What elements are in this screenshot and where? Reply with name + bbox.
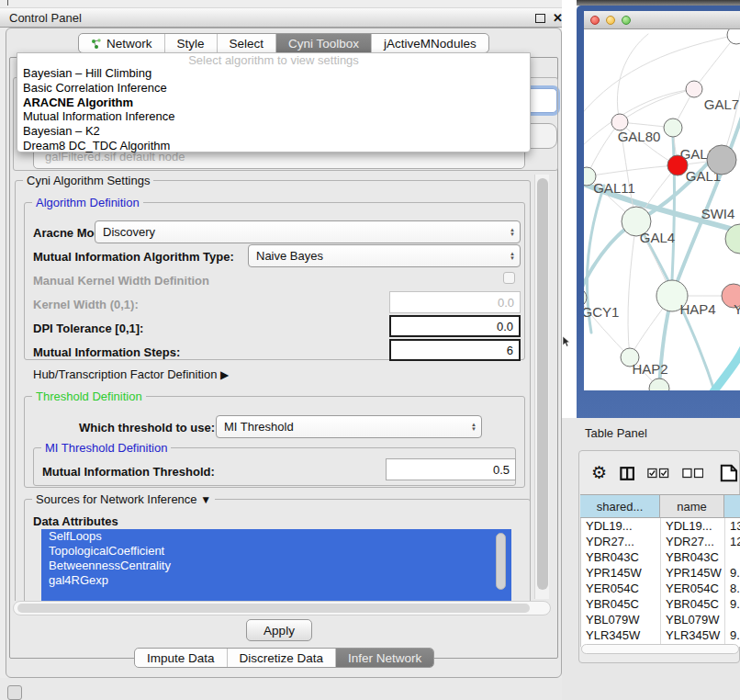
network-edge[interactable] [712,340,740,390]
which-threshold-combobox[interactable]: MI Threshold ▲▼ [216,415,482,438]
network-edge[interactable] [620,89,694,122]
control-panel-title: Control Panel [9,11,82,25]
tab-impute-data[interactable]: Impute Data [135,649,228,667]
manual-kernel-checkbox[interactable] [503,272,515,284]
network-node-gal10[interactable] [664,119,682,137]
tab-discretize-data[interactable]: Discretize Data [228,649,337,667]
attribute-item-topologicalcoefficient[interactable]: TopologicalCoefficient [41,544,511,559]
split-columns-icon[interactable] [620,466,634,481]
gear-icon[interactable]: ⚙ [591,464,607,482]
table-cell: 8. [725,581,740,596]
table-row[interactable]: YDR27...YDR27...12 [581,534,740,549]
close-traffic-light-icon[interactable] [590,16,600,25]
threshold-definition-title: Threshold Definition [32,390,146,403]
table-cell: 13 [725,518,740,534]
dpi-tolerance-field[interactable]: 0.0 [389,315,521,337]
aracne-mode-combobox[interactable]: Discovery ▲▼ [95,220,521,243]
network-node[interactable] [649,378,669,390]
network-node[interactable] [727,29,740,44]
mi-steps-label: Mutual Information Steps: [33,345,180,359]
bottom-tabs: Impute DataDiscretize DataInfer Network [134,648,434,668]
mi-type-combobox[interactable]: Naive Bayes ▲▼ [248,244,521,267]
stepper-icon: ▲▼ [510,252,515,261]
application: Control Panel ✕ NetworkStyleSelectCyni T… [0,0,740,700]
tab-infer-network[interactable]: Infer Network [336,649,433,667]
tab-label: Cyni Toolbox [288,37,359,51]
tab-label: Select [230,37,264,51]
mi-steps-field[interactable]: 6 [389,339,521,361]
table-cell: YDR27... [661,534,725,549]
minimize-traffic-light-icon[interactable] [606,16,615,25]
sources-title[interactable]: Sources for Network Inference ▼ [32,492,215,506]
node-label-swi4: SWI4 [701,206,735,221]
attribute-item-selfloops[interactable]: SelfLoops [41,529,511,544]
tab-style[interactable]: Style [165,34,218,52]
algorithm-option-mutual-information-inference[interactable]: Mutual Information Inference [17,109,530,124]
network-edge[interactable] [587,165,678,176]
dpi-tolerance-value: 0.0 [497,320,513,333]
checked-checkboxes-icon[interactable] [647,468,669,479]
table-row[interactable]: YBL079WYBL079W [581,612,740,627]
unchecked-checkboxes-icon[interactable] [682,468,704,479]
table-row[interactable]: YPR145WYPR145W9. [581,565,740,581]
settings-hscroll-thumb[interactable] [17,604,530,613]
mi-threshold-field[interactable]: 0.5 [386,458,516,480]
network-edge[interactable] [694,35,736,89]
tab-jactivemnodules[interactable]: jActiveMNodules [372,34,488,52]
table-cell: YER054C [661,581,725,596]
table-cell: YBR045C [661,596,725,612]
attribute-item-betweennesscentrality[interactable]: BetweennessCentrality [41,559,511,573]
table-row[interactable]: YER054CYER054C8. [581,581,740,596]
tab-select[interactable]: Select [218,34,277,52]
window-gap [562,0,577,418]
float-window-icon[interactable] [535,14,545,23]
algorithm-option-bayesian-hill-climbing[interactable]: Bayesian – Hill Climbing [17,66,530,81]
network-graph-icon [91,38,102,50]
tab-network[interactable]: Network [79,34,165,52]
table-row[interactable]: YBR043CYBR043C [581,549,740,565]
algorithm-definition-title: Algorithm Definition [32,196,143,209]
table-cell: 9. [725,596,740,612]
settings-horizontal-scrollbar[interactable] [13,601,551,615]
network-window-titlebar [584,11,740,29]
column-header-name[interactable]: name [660,495,724,517]
network-edge[interactable] [628,221,636,357]
settings-vertical-scrollbar[interactable] [534,175,549,599]
table-rows: YDL19...YDL19...13YDR27...YDR27...12YBR0… [580,518,740,647]
network-canvas[interactable]: GAL7GAL80GAL10GAL1GAL11GAL4SWI4GCY1HAP4Y… [584,29,740,390]
stepper-icon: ▲▼ [510,228,515,237]
table-cell [725,612,740,627]
manual-kernel-label: Manual Kernel Width Definition [33,274,209,288]
collapsed-panel-icon[interactable] [7,685,22,700]
table-row[interactable]: YDL19...YDL19...13 [581,518,740,534]
hub-expander[interactable]: Hub/Transcription Factor Definition ▶ [33,367,229,381]
network-node[interactable] [707,145,736,175]
network-node-gal7[interactable] [686,81,702,97]
table-cell: YPR145W [581,565,661,581]
zoom-traffic-light-icon[interactable] [622,16,631,25]
algorithm-option-basic-correlation-inference[interactable]: Basic Correlation Inference [17,81,530,96]
list-scrollbar-thumb[interactable] [496,533,506,590]
attribute-item-gal4rgexp[interactable]: gal4RGexp [41,573,511,588]
kernel-width-field[interactable]: 0.0 [389,291,521,313]
algorithm-option-dream8-dc-tdc-algorithm[interactable]: Dream8 DC_TDC Algorithm [17,139,530,153]
mi-type-label: Mutual Information Algorithm Type: [33,250,234,264]
table-cell: YDL19... [581,518,661,534]
dpi-tolerance-label: DPI Tolerance [0,1]: [33,322,143,335]
column-header-shared[interactable]: shared... [580,495,660,517]
data-attributes-list[interactable]: SelfLoopsTopologicalCoefficientBetweenne… [41,529,511,601]
apply-button[interactable]: Apply [246,619,312,641]
table-horizontal-scrollbar[interactable] [581,644,739,654]
table-row[interactable]: YLR345WYLR345W9. [581,627,740,643]
algorithm-option-aracne-algorithm[interactable]: ARACNE Algorithm [17,96,530,110]
data-attributes-label: Data Attributes [33,514,118,528]
table-row[interactable]: YBR045CYBR045C9. [581,596,740,612]
column-header-a[interactable]: A [724,495,740,517]
tab-cyni-toolbox[interactable]: Cyni Toolbox [276,34,372,52]
settings-vscroll-thumb[interactable] [537,178,548,590]
algorithm-option-bayesian-k2[interactable]: Bayesian – K2 [17,124,530,139]
network-node-gal1[interactable] [667,155,688,175]
document-icon[interactable] [720,463,740,483]
node-label-y: Y [734,301,740,317]
mouse-cursor [562,336,571,347]
